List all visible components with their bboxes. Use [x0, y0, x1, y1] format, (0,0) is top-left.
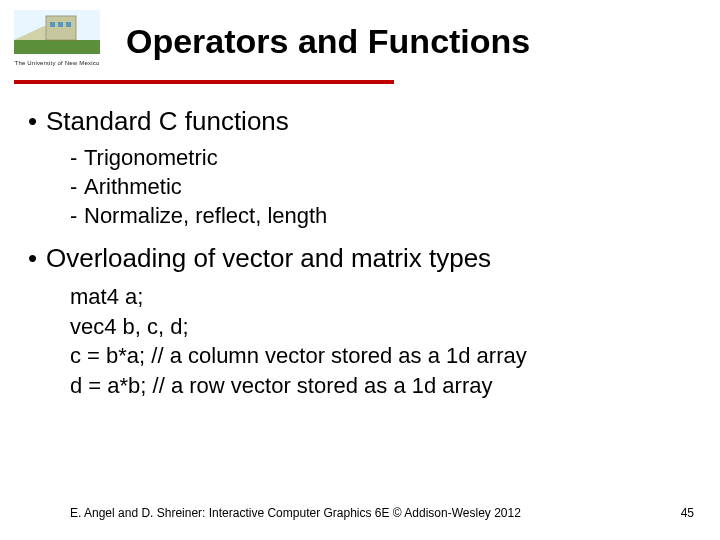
bullet-overloading: • Overloading of vector and matrix types — [28, 243, 692, 274]
code-line: vec4 b, c, d; — [70, 312, 692, 342]
sub-bullet-text: Trigonometric — [84, 145, 218, 171]
code-line: mat4 a; — [70, 282, 692, 312]
dash-icon: - — [70, 174, 84, 200]
svg-rect-0 — [14, 40, 100, 54]
code-block: mat4 a; vec4 b, c, d; c = b*a; // a colu… — [70, 282, 692, 401]
bullet-dot-icon: • — [28, 106, 46, 137]
bullet-dot-icon: • — [28, 243, 46, 274]
slide: The University of New Mexico Operators a… — [0, 0, 720, 540]
slide-title: Operators and Functions — [126, 22, 530, 61]
dash-icon: - — [70, 145, 84, 171]
logo-caption: The University of New Mexico — [14, 60, 100, 66]
sub-bullet: - Trigonometric — [70, 145, 692, 171]
code-line: d = a*b; // a row vector stored as a 1d … — [70, 371, 692, 401]
institution-logo: The University of New Mexico — [14, 10, 100, 70]
bullet-text: Standard C functions — [46, 106, 289, 137]
svg-rect-6 — [14, 10, 100, 40]
bullet-standard-c-functions: • Standard C functions — [28, 106, 692, 137]
sub-bullet-text: Arithmetic — [84, 174, 182, 200]
footer-citation: E. Angel and D. Shreiner: Interactive Co… — [70, 506, 521, 520]
code-line: c = b*a; // a column vector stored as a … — [70, 341, 692, 371]
sub-bullet: - Arithmetic — [70, 174, 692, 200]
sub-bullet-text: Normalize, reflect, length — [84, 203, 327, 229]
title-underline — [14, 80, 394, 84]
bullet-text: Overloading of vector and matrix types — [46, 243, 491, 274]
slide-body: • Standard C functions - Trigonometric -… — [28, 100, 692, 401]
dash-icon: - — [70, 203, 84, 229]
sub-bullet-list: - Trigonometric - Arithmetic - Normalize… — [70, 145, 692, 229]
sub-bullet: - Normalize, reflect, length — [70, 203, 692, 229]
campus-icon — [14, 10, 100, 54]
page-number: 45 — [681, 506, 694, 520]
